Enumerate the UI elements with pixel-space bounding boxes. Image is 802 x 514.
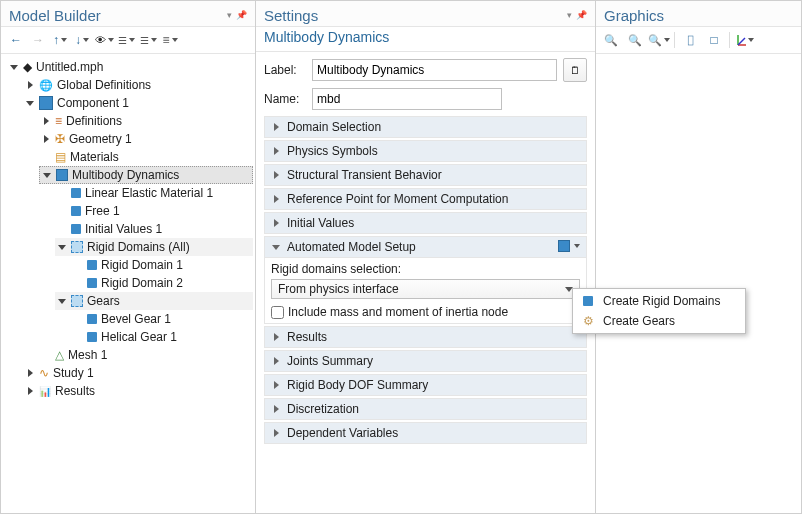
axes-button[interactable] (736, 31, 754, 49)
expand-icon[interactable] (41, 134, 51, 144)
graphics-canvas[interactable] (596, 54, 801, 513)
section-results[interactable]: Results (264, 326, 587, 348)
zoom-in-button[interactable]: 🔍 (602, 31, 620, 49)
collapse-children-button[interactable] (161, 31, 179, 49)
tree-linear-elastic-material[interactable]: Linear Elastic Material 1 (55, 184, 253, 202)
node-icon (87, 332, 97, 342)
chevron-right-icon (271, 218, 281, 228)
pin-icon[interactable]: 📌 (576, 10, 587, 20)
tree-label: Bevel Gear 1 (101, 312, 171, 326)
section-dependent-variables[interactable]: Dependent Variables (264, 422, 587, 444)
tree-helical-gear[interactable]: Helical Gear 1 (71, 328, 253, 346)
tree-label: Free 1 (85, 204, 120, 218)
node-icon (71, 188, 81, 198)
tree-global-definitions[interactable]: Global Definitions (23, 76, 253, 94)
expand-icon[interactable] (25, 98, 35, 108)
expand-icon[interactable] (25, 80, 35, 90)
pin-icon[interactable]: 📌 (236, 10, 247, 20)
section-discretization[interactable]: Discretization (264, 398, 587, 420)
section-structural-transient[interactable]: Structural Transient Behavior (264, 164, 587, 186)
tree-materials[interactable]: Materials (39, 148, 253, 166)
chevron-right-icon (271, 428, 281, 438)
nav-back-button[interactable] (7, 31, 25, 49)
tree-multibody-dynamics[interactable]: Multibody Dynamics (39, 166, 253, 184)
include-mass-checkbox[interactable] (271, 306, 284, 319)
collapse-all-button[interactable] (139, 31, 157, 49)
section-title: Discretization (287, 402, 359, 416)
nav-up-button[interactable] (51, 31, 69, 49)
label-goto-button[interactable] (563, 58, 587, 82)
mesh-icon (55, 349, 64, 361)
geometry-icon (55, 133, 65, 145)
model-tree[interactable]: ◆ Untitled.mph Global Definitions (1, 54, 255, 513)
section-reference-point[interactable]: Reference Point for Moment Computation (264, 188, 587, 210)
tree-study[interactable]: Study 1 (23, 364, 253, 382)
tree-geometry[interactable]: Geometry 1 (39, 130, 253, 148)
expand-icon[interactable] (42, 170, 52, 180)
expand-icon[interactable] (41, 116, 51, 126)
tree-results[interactable]: Results (23, 382, 253, 400)
popup-item-label: Create Rigid Domains (603, 294, 720, 308)
dropdown-value: From physics interface (278, 282, 399, 296)
model-builder-title: Model Builder (9, 7, 101, 24)
expand-icon[interactable] (57, 296, 67, 306)
label-field-row: Label: (264, 58, 587, 82)
section-automated-model-setup[interactable]: Automated Model Setup Rigid domains sele… (264, 236, 587, 324)
tree-mesh[interactable]: Mesh 1 (39, 346, 253, 364)
globe-icon (39, 79, 53, 91)
zoom-box-button[interactable]: 🔍 (650, 31, 668, 49)
zoom-out-button[interactable]: 🔍 (626, 31, 644, 49)
svg-line-2 (738, 38, 745, 45)
expand-icon[interactable] (25, 386, 35, 396)
results-icon (39, 385, 51, 397)
zoom-extents-button[interactable] (681, 31, 699, 49)
expand-icon[interactable] (25, 368, 35, 378)
name-input[interactable] (312, 88, 502, 110)
arrow-right-icon (32, 34, 44, 46)
section-rigid-body-dof[interactable]: Rigid Body DOF Summary (264, 374, 587, 396)
zoom-selected-button[interactable] (705, 31, 723, 49)
nav-down-button[interactable] (73, 31, 91, 49)
tree-root[interactable]: ◆ Untitled.mph (7, 58, 253, 76)
show-button[interactable] (95, 31, 113, 49)
section-initial-values[interactable]: Initial Values (264, 212, 587, 234)
create-rigid-domains-item[interactable]: Create Rigid Domains (575, 291, 743, 311)
minimize-icon[interactable]: ▾ (227, 10, 232, 20)
name-field-label: Name: (264, 92, 306, 106)
tree-bevel-gear[interactable]: Bevel Gear 1 (71, 310, 253, 328)
label-input[interactable] (312, 59, 557, 81)
tree-gears[interactable]: Gears (55, 292, 253, 310)
tree-label: Global Definitions (57, 78, 151, 92)
graphics-toolbar: 🔍 🔍 🔍 (596, 27, 801, 54)
section-domain-selection[interactable]: Domain Selection (264, 116, 587, 138)
chevron-right-icon (271, 380, 281, 390)
tree-rigid-domain-2[interactable]: Rigid Domain 2 (71, 274, 253, 292)
section-title: Rigid Body DOF Summary (287, 378, 428, 392)
chevron-right-icon (271, 122, 281, 132)
rigid-domains-selection-dropdown[interactable]: From physics interface (271, 279, 580, 299)
section-physics-symbols[interactable]: Physics Symbols (264, 140, 587, 162)
tree-component-1[interactable]: Component 1 (23, 94, 253, 112)
expand-icon[interactable] (9, 62, 19, 72)
section-title: Results (287, 330, 327, 344)
model-builder-panel: Model Builder ▾ 📌 ◆ Untitled (1, 1, 256, 513)
create-gears-item[interactable]: ⚙ Create Gears (575, 311, 743, 331)
action-menu-icon[interactable] (558, 240, 570, 252)
tree-rigid-domain-1[interactable]: Rigid Domain 1 (71, 256, 253, 274)
tree-definitions[interactable]: Definitions (39, 112, 253, 130)
caret-icon (664, 38, 670, 42)
nav-forward-button[interactable] (29, 31, 47, 49)
expand-icon[interactable] (57, 242, 67, 252)
definitions-icon (55, 115, 62, 127)
tree-label: Initial Values 1 (85, 222, 162, 236)
eye-icon (95, 34, 106, 46)
include-mass-label: Include mass and moment of inertia node (288, 305, 508, 319)
gear-icon: ⚙ (583, 314, 594, 328)
section-joints-summary[interactable]: Joints Summary (264, 350, 587, 372)
rigid-domains-selection-label: Rigid domains selection: (271, 262, 580, 276)
tree-rigid-domains-all[interactable]: Rigid Domains (All) (55, 238, 253, 256)
tree-initial-values[interactable]: Initial Values 1 (55, 220, 253, 238)
tree-free[interactable]: Free 1 (55, 202, 253, 220)
minimize-icon[interactable]: ▾ (567, 10, 572, 20)
expand-all-button[interactable] (117, 31, 135, 49)
